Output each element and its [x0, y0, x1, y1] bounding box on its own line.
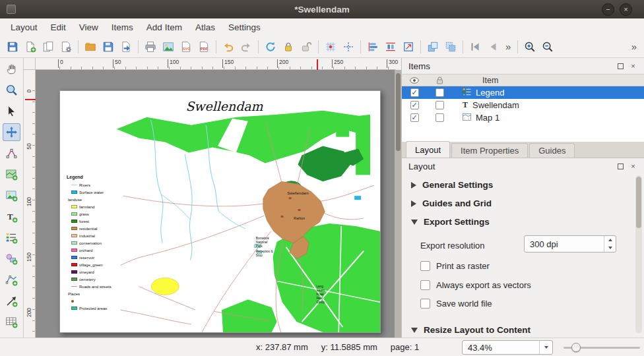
legend-entry: reservoir [67, 254, 135, 261]
raise-selected-items-icon[interactable] [424, 38, 441, 55]
panel-vertical-scrollbar[interactable] [635, 175, 642, 334]
item-row-swellendam[interactable]: T Swellendam [402, 99, 644, 111]
add-map-icon[interactable] [3, 165, 20, 183]
legend-swatch [71, 212, 77, 216]
zoom-in-icon[interactable] [521, 38, 538, 55]
tab-guides[interactable]: Guides [529, 143, 575, 158]
spin-down-button[interactable] [604, 244, 616, 252]
resize-selected-items-icon[interactable] [400, 38, 417, 55]
menu-items[interactable]: Items [105, 20, 140, 34]
float-panel-icon[interactable] [616, 62, 625, 71]
lock-checkbox[interactable] [435, 101, 444, 109]
legend-entry-label: village_green [79, 263, 103, 267]
vruler-mark: 200 [26, 307, 32, 318]
layout-manager-icon[interactable] [57, 38, 75, 55]
tab-item-properties[interactable]: Item Properties [451, 143, 528, 158]
add-shape-icon[interactable] [3, 250, 20, 268]
visibility-checkbox[interactable] [410, 101, 419, 109]
section-general-settings[interactable]: General Settings [411, 180, 493, 190]
zoom-tool-icon[interactable] [3, 81, 20, 99]
section-label: Export Settings [424, 217, 490, 227]
legend-entry: residential [67, 225, 135, 232]
float-panel-icon[interactable] [616, 162, 625, 171]
item-row-map1[interactable]: Map 1 [402, 111, 644, 124]
redo-icon[interactable] [238, 38, 255, 55]
atlas-previous-feature-icon[interactable] [484, 38, 501, 55]
load-from-template-icon[interactable] [117, 38, 135, 55]
layout-page[interactable]: Swellendam Swellendam Railton Bontebok N… [59, 90, 381, 333]
toolbar-overflow-chevron[interactable]: » [502, 41, 514, 52]
zoom-out-icon[interactable] [539, 38, 556, 55]
add-picture-icon[interactable] [3, 187, 20, 204]
combo-dropdown-icon[interactable] [539, 341, 552, 354]
canvas-scrollbar-thumb[interactable] [396, 73, 401, 151]
zoom-slider-thumb[interactable] [571, 343, 581, 352]
section-export-settings[interactable]: Export Settings [411, 217, 490, 227]
unlock-all-items-icon[interactable] [298, 38, 315, 55]
save-world-file-checkbox[interactable] [420, 299, 430, 309]
section-resize-layout[interactable]: Resize Layout to Content [411, 325, 531, 335]
smart-guides-icon[interactable] [340, 38, 357, 55]
vertical-ruler[interactable]: 0 50 100 150 200 [24, 70, 36, 338]
add-attribute-table-icon[interactable] [3, 313, 20, 331]
print-as-raster-checkbox[interactable] [420, 261, 430, 271]
undo-icon[interactable] [220, 38, 237, 55]
export-as-svg-icon[interactable]: SVG [177, 38, 195, 55]
visibility-column-icon [402, 77, 427, 84]
section-guides-and-grid[interactable]: Guides and Grid [411, 198, 492, 208]
tab-layout[interactable]: Layout [406, 141, 450, 158]
menu-edit[interactable]: Edit [44, 20, 73, 34]
refresh-view-icon[interactable] [262, 38, 279, 55]
group-items-icon[interactable] [442, 38, 459, 55]
move-item-content-tool-icon[interactable] [3, 123, 20, 141]
pan-tool-icon[interactable] [3, 60, 20, 78]
add-label-icon[interactable]: T [3, 208, 20, 225]
menu-layout[interactable]: Layout [4, 20, 44, 34]
print-layout-icon[interactable] [142, 38, 159, 55]
panel-scrollbar-thumb[interactable] [636, 177, 641, 228]
spin-up-button[interactable] [604, 236, 616, 244]
panel-tabbar: Layout Item Properties Guides [402, 142, 644, 158]
close-panel-icon[interactable]: × [629, 62, 637, 71]
save-project-icon[interactable] [4, 38, 21, 55]
add-items-from-template-icon[interactable] [82, 38, 99, 55]
item-row-legend[interactable]: Legend [402, 86, 644, 99]
close-panel-icon[interactable]: × [629, 162, 637, 171]
edit-nodes-item-tool-icon[interactable] [3, 144, 20, 162]
add-node-item-icon[interactable] [3, 271, 20, 289]
export-as-image-icon[interactable] [160, 38, 177, 55]
minimize-button[interactable]: − [602, 3, 614, 16]
layout-canvas[interactable]: Swellendam Swellendam Railton Bontebok N… [36, 70, 395, 338]
zoom-level-combobox[interactable]: 43.4% [462, 340, 553, 355]
export-as-pdf-icon[interactable]: PDF [195, 38, 212, 55]
menu-view[interactable]: View [73, 20, 105, 34]
legend-entry-label: Protected areas [79, 307, 107, 311]
align-selected-items-icon[interactable] [364, 38, 381, 55]
menu-atlas[interactable]: Atlas [189, 20, 222, 34]
visibility-checkbox[interactable] [410, 88, 419, 97]
toolbar-extension-chevron[interactable]: » [628, 41, 640, 52]
lock-checkbox[interactable] [435, 88, 444, 97]
atlas-first-feature-icon[interactable] [467, 38, 484, 55]
duplicate-layout-icon[interactable] [40, 38, 57, 55]
menu-settings[interactable]: Settings [222, 20, 267, 34]
add-legend-icon[interactable] [3, 229, 20, 247]
canvas-vertical-scrollbar[interactable] [395, 70, 401, 338]
visibility-checkbox[interactable] [410, 113, 419, 122]
add-arrow-icon[interactable] [3, 292, 20, 310]
distribute-selected-items-icon[interactable] [382, 38, 399, 55]
zoom-slider[interactable] [564, 347, 640, 349]
legend-item[interactable]: Legend RiversSurface waterlandusefarmlan… [67, 175, 135, 312]
always-export-vectors-checkbox[interactable] [420, 280, 430, 290]
select-move-item-tool-icon[interactable] [3, 102, 20, 120]
export-resolution-spinbox[interactable]: 300 dpi [524, 235, 616, 252]
horizontal-ruler[interactable]: 0 50 100 150 200 250 300 [36, 58, 396, 70]
save-as-template-icon[interactable] [100, 38, 117, 55]
snap-to-grid-icon[interactable] [322, 38, 339, 55]
menu-add-item[interactable]: Add Item [140, 20, 189, 34]
legend-entry-label: farmland [79, 205, 94, 209]
lock-selected-items-icon[interactable] [280, 38, 297, 55]
new-layout-icon[interactable] [22, 38, 39, 55]
lock-checkbox[interactable] [435, 113, 444, 122]
close-button[interactable]: × [620, 3, 632, 16]
